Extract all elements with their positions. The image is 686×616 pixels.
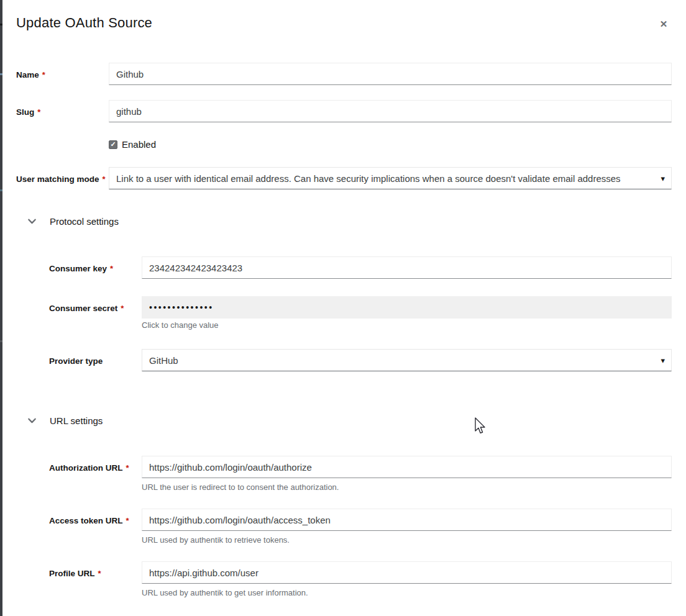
profile-url-input[interactable] <box>142 561 672 584</box>
slug-label: Slug* <box>16 107 40 117</box>
consumer-secret-label-text: Consumer secret <box>49 304 117 313</box>
authorization-url-input[interactable] <box>142 456 672 478</box>
access-token-url-label: Access token URL* <box>49 516 129 526</box>
masked-dots: •••••••••••••• <box>149 302 214 312</box>
background-edge-tick <box>0 24 2 25</box>
background-edge-tick <box>0 189 2 191</box>
name-label: Name* <box>16 70 45 80</box>
user-matching-mode-label: User matching mode* <box>16 174 106 184</box>
modal-title: Update OAuth Source <box>16 15 152 31</box>
access-token-url-label-text: Access token URL <box>49 516 123 525</box>
user-matching-mode-value: Link to a user with identical email addr… <box>116 173 621 184</box>
required-asterisk: * <box>103 174 106 184</box>
chevron-down-icon <box>27 416 37 425</box>
url-settings-title: URL settings <box>50 415 103 426</box>
consumer-secret-label: Consumer secret* <box>49 304 124 314</box>
required-asterisk: * <box>126 516 129 525</box>
required-asterisk: * <box>126 463 129 473</box>
update-oauth-source-modal: Update OAuth Source ✕ Name* Slug* ✓ Enab… <box>0 0 686 616</box>
enabled-checkbox[interactable]: ✓ <box>109 140 117 149</box>
provider-type-value: GitHub <box>149 355 178 366</box>
slug-input[interactable] <box>109 100 672 122</box>
protocol-settings-title: Protocol settings <box>50 216 119 227</box>
access-token-url-help: URL used by authentik to retrieve tokens… <box>142 535 290 545</box>
required-asterisk: * <box>42 70 45 79</box>
caret-down-icon: ▾ <box>661 174 665 183</box>
background-edge-tick <box>0 73 2 75</box>
authorization-url-label-text: Authorization URL <box>49 463 122 473</box>
name-label-text: Name <box>16 70 39 79</box>
consumer-key-label-text: Consumer key <box>49 264 107 273</box>
profile-url-label-text: Profile URL <box>49 569 95 578</box>
close-icon[interactable]: ✕ <box>656 16 672 32</box>
url-settings-section-toggle[interactable]: URL settings <box>27 415 103 426</box>
required-asterisk: * <box>37 107 40 117</box>
protocol-settings-section-toggle[interactable]: Protocol settings <box>27 216 119 227</box>
consumer-key-input[interactable] <box>142 256 672 279</box>
authorization-url-help: URL the user is redirect to to consent t… <box>142 482 339 492</box>
provider-type-select[interactable]: GitHub ▾ <box>142 349 672 371</box>
checkmark-icon: ✓ <box>110 141 116 148</box>
access-token-url-input[interactable] <box>142 509 672 531</box>
user-matching-mode-label-text: User matching mode <box>16 174 99 184</box>
chevron-down-icon <box>27 217 37 226</box>
required-asterisk: * <box>98 569 101 578</box>
background-edge-tick <box>0 340 2 342</box>
background-page-edge <box>0 0 2 616</box>
authorization-url-label: Authorization URL* <box>49 463 129 473</box>
profile-url-label: Profile URL* <box>49 569 101 579</box>
slug-label-text: Slug <box>16 107 34 117</box>
profile-url-help: URL used by authentik to get user inform… <box>142 588 308 597</box>
consumer-secret-help: Click to change value <box>142 320 219 330</box>
required-asterisk: * <box>110 264 113 273</box>
caret-down-icon: ▾ <box>661 356 665 365</box>
provider-type-label-text: Provider type <box>49 356 103 366</box>
consumer-key-label: Consumer key* <box>49 264 113 274</box>
provider-type-label: Provider type <box>49 356 103 366</box>
consumer-secret-masked-value[interactable]: •••••••••••••• <box>142 296 672 319</box>
user-matching-mode-select[interactable]: Link to a user with identical email addr… <box>109 167 672 189</box>
enabled-checkbox-row[interactable]: ✓ Enabled <box>109 139 156 150</box>
enabled-label: Enabled <box>122 139 156 150</box>
required-asterisk: * <box>121 304 124 313</box>
name-input[interactable] <box>109 63 672 85</box>
mouse-cursor-icon <box>473 417 487 436</box>
